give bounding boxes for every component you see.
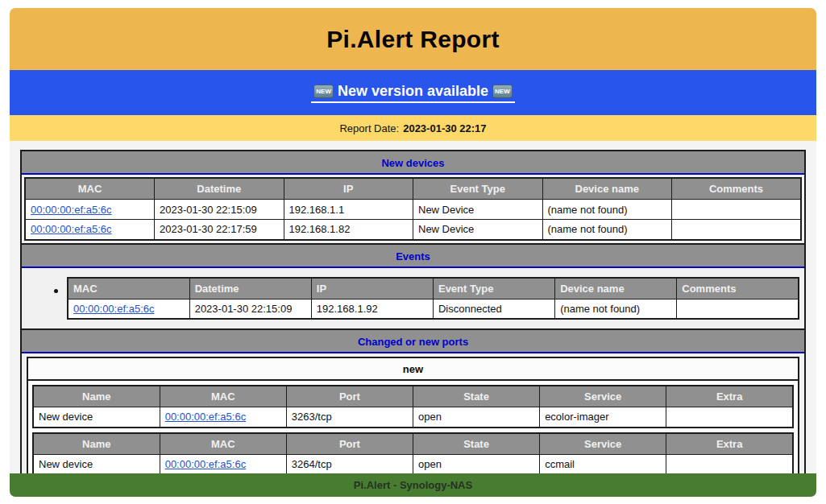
table-header-row: Name MAC Port State Service Extra [33,433,793,455]
column-header-state: State [413,433,539,455]
ports-table: Name MAC Port State Service Extra New de… [32,385,794,428]
report-date-label: Report Date: [339,122,399,134]
cell-mac: 00:00:00:ef:a5:6c [160,407,286,428]
cell-mac: 00:00:00:ef:a5:6c [25,200,155,220]
cell-port: 3264/tcp [286,454,413,473]
cell-event-type: New Device [413,200,543,220]
cell-extra [666,407,793,428]
cell-state: open [413,454,539,473]
report-header: Pi.Alert Report [10,8,816,70]
cell-name: New device [33,454,160,473]
cell-datetime: 2023-01-30 22:15:09 [155,200,284,220]
column-header-device-name: Device name [542,178,672,200]
new-version-link-label: New version available [338,83,488,100]
report-footer: Pi.Alert - Synology-NAS [10,473,816,497]
update-banner: NEW New version available NEW [10,70,816,115]
column-header-ip: IP [284,178,413,200]
section-title-events: Events [396,250,430,262]
column-header-name: Name [33,386,160,407]
column-header-service: Service [540,433,666,455]
section-header-events: Events [22,243,804,268]
cell-event-type: Disconnected [433,299,554,319]
cell-ip: 192.168.1.92 [311,299,433,319]
column-header-port: Port [286,433,413,455]
cell-event-type: New Device [413,220,543,240]
column-header-ip: IP [311,278,433,300]
ports-body: new Name MAC Port State Service Extra [22,353,804,473]
list-item: MAC Datetime IP Event Type Device name C… [67,277,803,320]
cell-mac: 00:00:00:ef:a5:6c [68,299,189,319]
mac-link[interactable]: 00:00:00:ef:a5:6c [31,223,111,235]
column-header-datetime: Datetime [155,178,284,200]
report-date-value: 2023-01-30 22:17 [403,122,486,134]
column-header-service: Service [540,386,666,407]
table-header-row: MAC Datetime IP Event Type Device name C… [68,278,799,300]
report-body: New devices MAC Datetime IP Event Type D… [10,141,816,473]
cell-ip: 192.168.1.1 [284,200,413,220]
cell-device-name: (name not found) [542,200,672,220]
column-header-name: Name [33,433,160,455]
cell-state: open [413,407,539,428]
cell-comments [672,220,802,240]
cell-extra [666,454,793,473]
sections-container: New devices MAC Datetime IP Event Type D… [20,150,806,473]
cell-device-name: (name not found) [555,299,677,319]
section-header-ports: Changed or new ports [22,328,804,353]
column-header-port: Port [286,386,413,407]
cell-name: New device [33,407,160,428]
cell-service: ecolor-imager [540,407,666,428]
cell-service: ccmail [540,454,666,473]
mac-link[interactable]: 00:00:00:ef:a5:6c [165,458,246,470]
page-title: Pi.Alert Report [326,26,500,53]
column-header-device-name: Device name [555,278,677,300]
column-header-event-type: Event Type [413,178,543,200]
column-header-extra: Extra [666,433,793,455]
column-header-mac: MAC [25,178,155,200]
table-header-row: Name MAC Port State Service Extra [33,386,793,407]
events-table: MAC Datetime IP Event Type Device name C… [67,277,799,320]
ports-table: Name MAC Port State Service Extra New de… [32,432,794,474]
cell-mac: 00:00:00:ef:a5:6c [160,454,286,473]
footer-text: Pi.Alert - Synology-NAS [354,479,472,491]
section-title-ports: Changed or new ports [358,336,468,348]
table-row: New device 00:00:00:ef:a5:6c 3263/tcp op… [33,407,793,428]
new-badge-icon: NEW [313,85,334,98]
cell-device-name: (name not found) [542,220,672,240]
ports-group-label: new [28,358,798,381]
events-list: MAC Datetime IP Event Type Device name C… [22,277,803,320]
cell-mac: 00:00:00:ef:a5:6c [25,220,155,240]
new-badge-icon: NEW [492,85,513,98]
section-header-new-devices: New devices [22,151,804,175]
column-header-mac: MAC [160,386,286,407]
column-header-state: State [413,386,539,407]
column-header-comments: Comments [672,178,802,200]
mac-link[interactable]: 00:00:00:ef:a5:6c [73,303,154,315]
report-card: Pi.Alert Report NEW New version availabl… [10,8,816,497]
column-header-mac: MAC [68,278,189,300]
cell-datetime: 2023-01-30 22:15:09 [189,299,311,319]
cell-ip: 192.168.1.82 [284,220,413,240]
new-version-link[interactable]: NEW New version available NEW [311,83,514,103]
column-header-comments: Comments [677,278,799,300]
cell-datetime: 2023-01-30 22:17:59 [155,220,284,240]
cell-comments [672,200,802,220]
table-row: 00:00:00:ef:a5:6c 2023-01-30 22:15:09 19… [68,299,799,319]
mac-link[interactable]: 00:00:00:ef:a5:6c [31,204,111,216]
mac-link[interactable]: 00:00:00:ef:a5:6c [165,411,246,423]
table-header-row: MAC Datetime IP Event Type Device name C… [25,178,801,200]
cell-comments [677,299,799,319]
ports-group-box: new Name MAC Port State Service Extra [27,357,799,473]
events-body: MAC Datetime IP Event Type Device name C… [22,268,804,329]
report-date-bar: Report Date: 2023-01-30 22:17 [10,115,816,141]
column-header-extra: Extra [666,386,793,407]
table-row: 00:00:00:ef:a5:6c 2023-01-30 22:17:59 19… [25,220,801,240]
table-row: New device 00:00:00:ef:a5:6c 3264/tcp op… [33,454,793,473]
new-devices-table: MAC Datetime IP Event Type Device name C… [24,177,802,241]
column-header-event-type: Event Type [433,278,554,300]
column-header-mac: MAC [160,433,286,455]
column-header-datetime: Datetime [189,278,311,300]
table-row: 00:00:00:ef:a5:6c 2023-01-30 22:15:09 19… [25,200,801,220]
section-title-new-devices: New devices [381,157,444,169]
cell-port: 3263/tcp [286,407,413,428]
